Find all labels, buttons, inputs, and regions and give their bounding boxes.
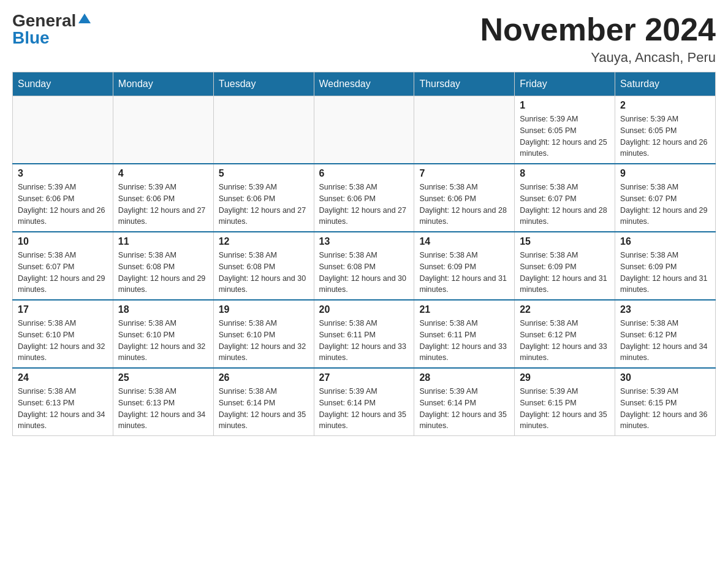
calendar-cell bbox=[414, 96, 515, 164]
day-number: 30 bbox=[620, 372, 710, 383]
calendar-cell: 2Sunrise: 5:39 AMSunset: 6:05 PMDaylight… bbox=[615, 96, 716, 164]
day-sun-info: Sunrise: 5:38 AMSunset: 6:12 PMDaylight:… bbox=[520, 318, 610, 364]
calendar-cell: 25Sunrise: 5:38 AMSunset: 6:13 PMDayligh… bbox=[113, 368, 213, 436]
day-sun-info: Sunrise: 5:38 AMSunset: 6:09 PMDaylight:… bbox=[620, 250, 710, 296]
day-sun-info: Sunrise: 5:38 AMSunset: 6:13 PMDaylight:… bbox=[118, 386, 208, 432]
calendar-week-1: 1Sunrise: 5:39 AMSunset: 6:05 PMDaylight… bbox=[13, 96, 716, 164]
day-number: 10 bbox=[18, 236, 108, 247]
month-title: November 2024 bbox=[480, 12, 716, 47]
calendar-cell bbox=[13, 96, 113, 164]
day-number: 26 bbox=[219, 372, 309, 383]
day-sun-info: Sunrise: 5:38 AMSunset: 6:12 PMDaylight:… bbox=[620, 318, 710, 364]
calendar-cell: 4Sunrise: 5:39 AMSunset: 6:06 PMDaylight… bbox=[113, 164, 213, 232]
weekday-header-monday: Monday bbox=[113, 72, 213, 96]
day-number: 8 bbox=[520, 168, 610, 179]
logo-triangle-icon bbox=[78, 13, 91, 23]
day-sun-info: Sunrise: 5:39 AMSunset: 6:05 PMDaylight:… bbox=[520, 113, 610, 159]
calendar-cell: 5Sunrise: 5:39 AMSunset: 6:06 PMDaylight… bbox=[213, 164, 314, 232]
day-number: 20 bbox=[319, 304, 409, 315]
calendar-week-3: 10Sunrise: 5:38 AMSunset: 6:07 PMDayligh… bbox=[13, 232, 716, 300]
calendar-cell: 27Sunrise: 5:39 AMSunset: 6:14 PMDayligh… bbox=[314, 368, 414, 436]
day-sun-info: Sunrise: 5:38 AMSunset: 6:08 PMDaylight:… bbox=[319, 250, 409, 296]
day-number: 16 bbox=[620, 236, 710, 247]
calendar-cell: 23Sunrise: 5:38 AMSunset: 6:12 PMDayligh… bbox=[615, 300, 716, 368]
weekday-header-friday: Friday bbox=[515, 72, 615, 96]
calendar-cell: 9Sunrise: 5:38 AMSunset: 6:07 PMDaylight… bbox=[615, 164, 716, 232]
day-sun-info: Sunrise: 5:38 AMSunset: 6:14 PMDaylight:… bbox=[219, 386, 309, 432]
day-sun-info: Sunrise: 5:39 AMSunset: 6:15 PMDaylight:… bbox=[520, 386, 610, 432]
day-sun-info: Sunrise: 5:38 AMSunset: 6:10 PMDaylight:… bbox=[118, 318, 208, 364]
day-sun-info: Sunrise: 5:38 AMSunset: 6:13 PMDaylight:… bbox=[18, 386, 108, 432]
weekday-header-sunday: Sunday bbox=[13, 72, 113, 96]
day-sun-info: Sunrise: 5:38 AMSunset: 6:06 PMDaylight:… bbox=[319, 182, 409, 228]
calendar-cell: 7Sunrise: 5:38 AMSunset: 6:06 PMDaylight… bbox=[414, 164, 515, 232]
calendar-cell: 19Sunrise: 5:38 AMSunset: 6:10 PMDayligh… bbox=[213, 300, 314, 368]
day-number: 4 bbox=[118, 168, 208, 179]
day-sun-info: Sunrise: 5:39 AMSunset: 6:06 PMDaylight:… bbox=[219, 182, 309, 228]
day-sun-info: Sunrise: 5:38 AMSunset: 6:08 PMDaylight:… bbox=[118, 250, 208, 296]
day-number: 21 bbox=[419, 304, 509, 315]
day-number: 13 bbox=[319, 236, 409, 247]
day-sun-info: Sunrise: 5:38 AMSunset: 6:11 PMDaylight:… bbox=[419, 318, 509, 364]
day-sun-info: Sunrise: 5:38 AMSunset: 6:09 PMDaylight:… bbox=[419, 250, 509, 296]
calendar-cell: 29Sunrise: 5:39 AMSunset: 6:15 PMDayligh… bbox=[515, 368, 615, 436]
day-number: 25 bbox=[118, 372, 208, 383]
day-number: 1 bbox=[520, 100, 610, 111]
day-number: 9 bbox=[620, 168, 710, 179]
calendar-cell: 6Sunrise: 5:38 AMSunset: 6:06 PMDaylight… bbox=[314, 164, 414, 232]
calendar-cell: 15Sunrise: 5:38 AMSunset: 6:09 PMDayligh… bbox=[515, 232, 615, 300]
day-number: 24 bbox=[18, 372, 108, 383]
day-number: 17 bbox=[18, 304, 108, 315]
day-sun-info: Sunrise: 5:39 AMSunset: 6:15 PMDaylight:… bbox=[620, 386, 710, 432]
calendar-cell: 21Sunrise: 5:38 AMSunset: 6:11 PMDayligh… bbox=[414, 300, 515, 368]
calendar-cell: 17Sunrise: 5:38 AMSunset: 6:10 PMDayligh… bbox=[13, 300, 113, 368]
calendar-cell: 1Sunrise: 5:39 AMSunset: 6:05 PMDaylight… bbox=[515, 96, 615, 164]
logo-general-text: General bbox=[12, 12, 76, 29]
calendar-cell: 3Sunrise: 5:39 AMSunset: 6:06 PMDaylight… bbox=[13, 164, 113, 232]
day-number: 18 bbox=[118, 304, 208, 315]
day-number: 29 bbox=[520, 372, 610, 383]
day-number: 5 bbox=[219, 168, 309, 179]
weekday-header-thursday: Thursday bbox=[414, 72, 515, 96]
calendar-cell: 22Sunrise: 5:38 AMSunset: 6:12 PMDayligh… bbox=[515, 300, 615, 368]
day-sun-info: Sunrise: 5:39 AMSunset: 6:05 PMDaylight:… bbox=[620, 113, 710, 159]
calendar-cell: 18Sunrise: 5:38 AMSunset: 6:10 PMDayligh… bbox=[113, 300, 213, 368]
day-sun-info: Sunrise: 5:38 AMSunset: 6:09 PMDaylight:… bbox=[520, 250, 610, 296]
calendar-cell: 8Sunrise: 5:38 AMSunset: 6:07 PMDaylight… bbox=[515, 164, 615, 232]
day-sun-info: Sunrise: 5:39 AMSunset: 6:06 PMDaylight:… bbox=[118, 182, 208, 228]
day-number: 2 bbox=[620, 100, 710, 111]
page-header: General Blue November 2024 Yauya, Ancash… bbox=[12, 12, 716, 66]
weekday-header-wednesday: Wednesday bbox=[314, 72, 414, 96]
day-sun-info: Sunrise: 5:38 AMSunset: 6:11 PMDaylight:… bbox=[319, 318, 409, 364]
calendar-table: SundayMondayTuesdayWednesdayThursdayFrid… bbox=[12, 72, 716, 436]
weekday-header-saturday: Saturday bbox=[615, 72, 716, 96]
calendar-cell: 14Sunrise: 5:38 AMSunset: 6:09 PMDayligh… bbox=[414, 232, 515, 300]
calendar-cell bbox=[213, 96, 314, 164]
day-number: 6 bbox=[319, 168, 409, 179]
weekday-header-tuesday: Tuesday bbox=[213, 72, 314, 96]
day-number: 7 bbox=[419, 168, 509, 179]
day-sun-info: Sunrise: 5:38 AMSunset: 6:08 PMDaylight:… bbox=[219, 250, 309, 296]
logo-blue-text: Blue bbox=[12, 29, 50, 47]
calendar-cell: 16Sunrise: 5:38 AMSunset: 6:09 PMDayligh… bbox=[615, 232, 716, 300]
calendar-cell: 12Sunrise: 5:38 AMSunset: 6:08 PMDayligh… bbox=[213, 232, 314, 300]
calendar-cell bbox=[113, 96, 213, 164]
day-number: 28 bbox=[419, 372, 509, 383]
calendar-cell: 11Sunrise: 5:38 AMSunset: 6:08 PMDayligh… bbox=[113, 232, 213, 300]
calendar-cell: 28Sunrise: 5:39 AMSunset: 6:14 PMDayligh… bbox=[414, 368, 515, 436]
day-number: 15 bbox=[520, 236, 610, 247]
calendar-week-5: 24Sunrise: 5:38 AMSunset: 6:13 PMDayligh… bbox=[13, 368, 716, 436]
day-number: 3 bbox=[18, 168, 108, 179]
day-number: 14 bbox=[419, 236, 509, 247]
day-number: 22 bbox=[520, 304, 610, 315]
calendar-week-4: 17Sunrise: 5:38 AMSunset: 6:10 PMDayligh… bbox=[13, 300, 716, 368]
calendar-cell: 30Sunrise: 5:39 AMSunset: 6:15 PMDayligh… bbox=[615, 368, 716, 436]
calendar-cell bbox=[314, 96, 414, 164]
day-sun-info: Sunrise: 5:39 AMSunset: 6:14 PMDaylight:… bbox=[319, 386, 409, 432]
day-number: 12 bbox=[219, 236, 309, 247]
day-sun-info: Sunrise: 5:38 AMSunset: 6:06 PMDaylight:… bbox=[419, 182, 509, 228]
day-sun-info: Sunrise: 5:38 AMSunset: 6:07 PMDaylight:… bbox=[520, 182, 610, 228]
calendar-cell: 26Sunrise: 5:38 AMSunset: 6:14 PMDayligh… bbox=[213, 368, 314, 436]
day-sun-info: Sunrise: 5:39 AMSunset: 6:14 PMDaylight:… bbox=[419, 386, 509, 432]
day-number: 19 bbox=[219, 304, 309, 315]
